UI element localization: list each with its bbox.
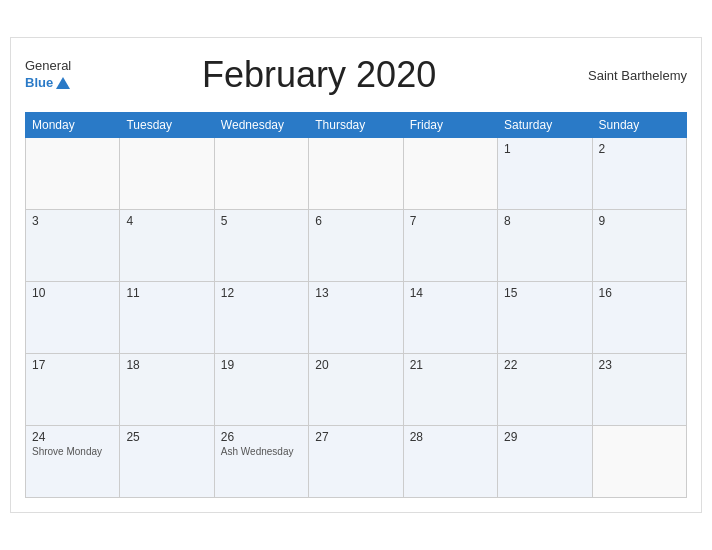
header-thursday: Thursday: [309, 113, 403, 138]
day-number: 17: [32, 358, 113, 372]
calendar-day-cell: 27: [309, 426, 403, 498]
calendar-day-cell: 10: [26, 282, 120, 354]
logo: General Blue: [25, 58, 71, 92]
calendar-week-row: 24Shrove Monday2526Ash Wednesday272829: [26, 426, 687, 498]
calendar-week-row: 10111213141516: [26, 282, 687, 354]
day-number: 6: [315, 214, 396, 228]
day-number: 18: [126, 358, 207, 372]
day-number: 9: [599, 214, 680, 228]
day-number: 16: [599, 286, 680, 300]
calendar-day-cell: [309, 138, 403, 210]
calendar-day-cell: 22: [498, 354, 592, 426]
header-sunday: Sunday: [592, 113, 686, 138]
calendar-week-row: 3456789: [26, 210, 687, 282]
day-number: 14: [410, 286, 491, 300]
day-number: 29: [504, 430, 585, 444]
calendar-day-cell: 29: [498, 426, 592, 498]
day-number: 3: [32, 214, 113, 228]
header-saturday: Saturday: [498, 113, 592, 138]
calendar-day-cell: 13: [309, 282, 403, 354]
day-number: 11: [126, 286, 207, 300]
day-number: 23: [599, 358, 680, 372]
header-friday: Friday: [403, 113, 497, 138]
day-number: 20: [315, 358, 396, 372]
day-number: 1: [504, 142, 585, 156]
calendar: General Blue February 2020 Saint Barthel…: [10, 37, 702, 513]
day-number: 12: [221, 286, 302, 300]
calendar-day-cell: 24Shrove Monday: [26, 426, 120, 498]
calendar-day-cell: 18: [120, 354, 214, 426]
calendar-day-cell: [592, 426, 686, 498]
logo-blue: Blue: [25, 75, 53, 92]
calendar-day-cell: 2: [592, 138, 686, 210]
calendar-day-cell: [26, 138, 120, 210]
calendar-day-cell: 28: [403, 426, 497, 498]
calendar-day-cell: 20: [309, 354, 403, 426]
day-number: 27: [315, 430, 396, 444]
day-event: Ash Wednesday: [221, 446, 302, 457]
calendar-day-cell: 16: [592, 282, 686, 354]
day-number: 10: [32, 286, 113, 300]
calendar-day-cell: 21: [403, 354, 497, 426]
calendar-day-cell: 17: [26, 354, 120, 426]
day-number: 24: [32, 430, 113, 444]
day-number: 2: [599, 142, 680, 156]
calendar-day-cell: 11: [120, 282, 214, 354]
day-number: 21: [410, 358, 491, 372]
calendar-day-cell: 4: [120, 210, 214, 282]
calendar-table: Monday Tuesday Wednesday Thursday Friday…: [25, 112, 687, 498]
calendar-day-cell: 7: [403, 210, 497, 282]
day-number: 7: [410, 214, 491, 228]
weekday-header-row: Monday Tuesday Wednesday Thursday Friday…: [26, 113, 687, 138]
calendar-day-cell: 15: [498, 282, 592, 354]
calendar-day-cell: 3: [26, 210, 120, 282]
calendar-header: General Blue February 2020 Saint Barthel…: [25, 48, 687, 102]
logo-triangle-icon: [56, 77, 70, 89]
day-number: 13: [315, 286, 396, 300]
day-event: Shrove Monday: [32, 446, 113, 457]
calendar-week-row: 12: [26, 138, 687, 210]
calendar-day-cell: 14: [403, 282, 497, 354]
calendar-day-cell: 25: [120, 426, 214, 498]
calendar-day-cell: 1: [498, 138, 592, 210]
calendar-day-cell: 9: [592, 210, 686, 282]
calendar-week-row: 17181920212223: [26, 354, 687, 426]
calendar-day-cell: [403, 138, 497, 210]
region-label: Saint Barthelemy: [567, 68, 687, 83]
calendar-day-cell: [214, 138, 308, 210]
calendar-day-cell: 12: [214, 282, 308, 354]
calendar-title: February 2020: [71, 54, 567, 96]
calendar-day-cell: 6: [309, 210, 403, 282]
day-number: 28: [410, 430, 491, 444]
day-number: 25: [126, 430, 207, 444]
day-number: 8: [504, 214, 585, 228]
calendar-day-cell: [120, 138, 214, 210]
day-number: 4: [126, 214, 207, 228]
day-number: 15: [504, 286, 585, 300]
calendar-day-cell: 19: [214, 354, 308, 426]
header-wednesday: Wednesday: [214, 113, 308, 138]
logo-general: General: [25, 58, 71, 75]
calendar-day-cell: 23: [592, 354, 686, 426]
day-number: 5: [221, 214, 302, 228]
calendar-day-cell: 5: [214, 210, 308, 282]
header-tuesday: Tuesday: [120, 113, 214, 138]
day-number: 19: [221, 358, 302, 372]
day-number: 22: [504, 358, 585, 372]
calendar-day-cell: 8: [498, 210, 592, 282]
day-number: 26: [221, 430, 302, 444]
calendar-day-cell: 26Ash Wednesday: [214, 426, 308, 498]
header-monday: Monday: [26, 113, 120, 138]
